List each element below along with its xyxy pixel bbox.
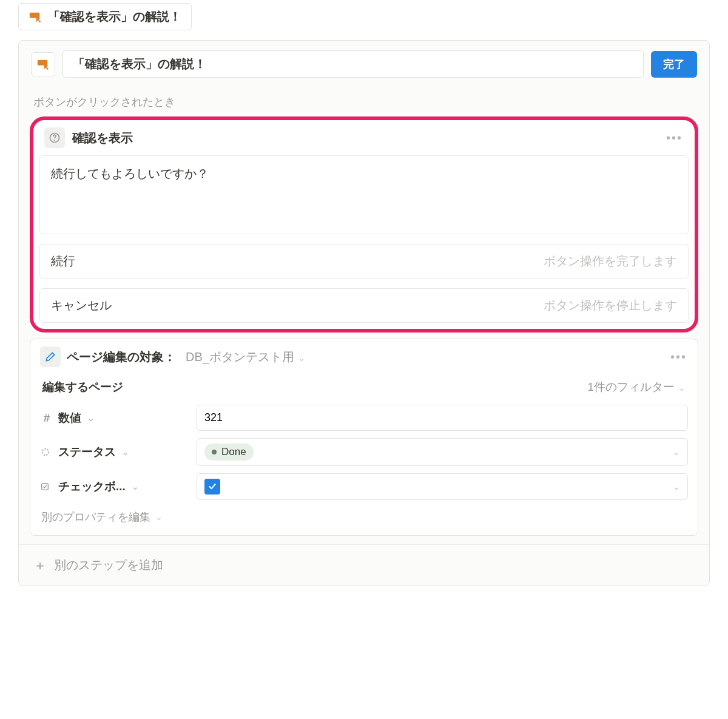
chevron-down-icon: ⌄ xyxy=(87,413,95,423)
button-config-chip[interactable]: 「確認を表示」の解説！ xyxy=(18,3,192,30)
edit-step-title: ページ編集の対象： xyxy=(67,349,176,365)
svg-rect-0 xyxy=(30,12,40,18)
chip-label: 「確認を表示」の解説！ xyxy=(48,8,181,25)
plus-icon: ＋ xyxy=(33,559,47,572)
edit-pages-step: ページ編集の対象： DB_ボタンテスト用 ⌄ ••• 編集するページ 1件のフィ… xyxy=(30,339,698,536)
confirm-continue-hint: ボタン操作を完了します xyxy=(544,253,677,269)
confirm-continue-row[interactable]: 続行 ボタン操作を完了します xyxy=(39,244,689,278)
svg-point-3 xyxy=(54,140,55,141)
confirm-cancel-row[interactable]: キャンセル ボタン操作を停止します xyxy=(39,288,689,323)
svg-point-4 xyxy=(42,449,49,456)
confirm-cancel-hint: ボタン操作を停止します xyxy=(544,297,677,314)
checkbox-icon xyxy=(40,482,53,491)
tap-icon xyxy=(29,10,42,24)
add-step-button[interactable]: ＋ 別のステップを追加 xyxy=(19,544,709,586)
chevron-down-icon: ⌄ xyxy=(295,353,305,363)
edit-target-select[interactable]: DB_ボタンテスト用 ⌄ xyxy=(186,349,305,365)
chevron-down-icon: ⌄ xyxy=(122,447,129,457)
step-more-menu[interactable]: ••• xyxy=(666,131,682,145)
chevron-down-icon: ⌄ xyxy=(155,512,163,522)
tap-icon xyxy=(36,58,50,71)
chevron-down-icon: ⌄ xyxy=(673,482,680,491)
question-icon xyxy=(44,127,65,148)
trigger-label: ボタンがクリックされたとき xyxy=(19,84,709,113)
button-icon-picker[interactable] xyxy=(31,52,55,76)
svg-rect-1 xyxy=(38,59,48,65)
svg-rect-5 xyxy=(42,484,49,490)
prop-key-status[interactable]: ステータス ⌄ xyxy=(40,444,192,460)
automation-panel: 完了 ボタンがクリックされたとき 確認を表示 ••• 続行してもよろしいですか？… xyxy=(18,40,710,586)
chevron-down-icon: ⌄ xyxy=(676,383,686,393)
filter-select[interactable]: 1件のフィルター ⌄ xyxy=(588,379,686,395)
confirm-message-input[interactable]: 続行してもよろしいですか？ xyxy=(39,155,689,234)
chevron-down-icon: ⌄ xyxy=(132,482,139,491)
prop-value-status-select[interactable]: Done ⌄ xyxy=(197,438,688,466)
chevron-down-icon: ⌄ xyxy=(673,447,680,457)
status-pill: Done xyxy=(204,444,254,461)
prop-value-checkbox-toggle[interactable]: ⌄ xyxy=(197,473,688,500)
status-icon xyxy=(40,447,53,457)
prop-key-number[interactable]: # 数値 ⌄ xyxy=(40,410,192,426)
prop-key-checkbox[interactable]: チェックボ... ⌄ xyxy=(40,479,192,495)
confirm-continue-label: 続行 xyxy=(51,253,75,269)
button-title-input[interactable] xyxy=(62,50,644,78)
hash-icon: # xyxy=(40,411,53,425)
checkmark-icon xyxy=(204,479,220,495)
edit-icon xyxy=(40,346,61,367)
confirm-step-highlight: 確認を表示 ••• 続行してもよろしいですか？ 続行 ボタン操作を完了します キ… xyxy=(30,116,698,332)
prop-value-number-input[interactable] xyxy=(197,405,688,431)
add-property-button[interactable]: 別のプロパティを編集 ⌄ xyxy=(40,504,688,524)
edit-step-more-menu[interactable]: ••• xyxy=(670,350,687,364)
pages-to-edit-label: 編集するページ xyxy=(42,379,123,395)
confirm-step-title: 確認を表示 xyxy=(72,130,133,146)
confirm-cancel-label: キャンセル xyxy=(51,297,112,314)
done-button[interactable]: 完了 xyxy=(651,51,697,78)
